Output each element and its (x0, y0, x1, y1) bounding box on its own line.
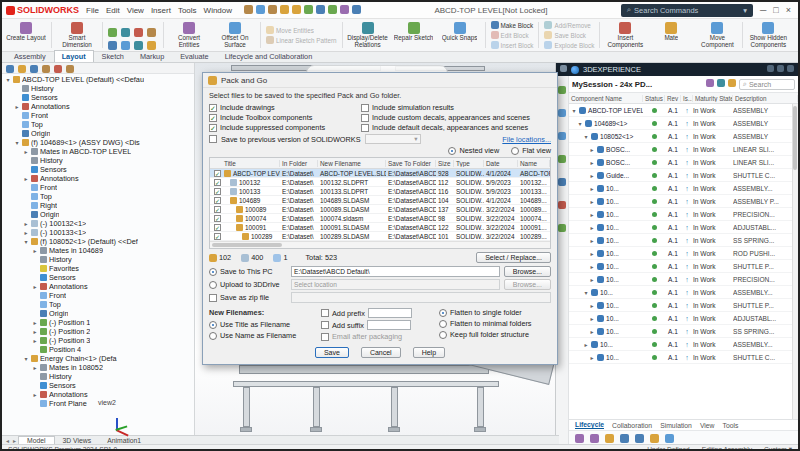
tab-scroll-right-icon[interactable]: ▸ (11, 437, 18, 444)
component-row[interactable]: ▸10...A.1↑In WorkROD PUSHI... (569, 247, 798, 260)
tree-item[interactable]: Origin (2, 309, 194, 318)
tree-item[interactable]: ▸Annotations (2, 174, 194, 183)
home-view-icon[interactable] (575, 429, 584, 445)
layers-icon[interactable] (558, 195, 566, 213)
component-row[interactable]: ▾10...A.1↑In WorkASSEMBLY... (569, 286, 798, 299)
expand-arrow-icon[interactable]: ▸ (32, 319, 38, 326)
tree-item[interactable]: Right (2, 201, 194, 210)
rectangle-icon[interactable] (147, 23, 158, 34)
circle-icon[interactable] (121, 23, 132, 34)
add-icon[interactable] (767, 65, 774, 74)
rebuild-icon[interactable] (340, 5, 349, 16)
flatten-to-minimal-folders-radio[interactable]: Flatten to minimal folders (439, 319, 551, 328)
browse-3ddrive-button[interactable]: Browse... (504, 279, 551, 290)
menu-window[interactable]: Window (201, 6, 235, 15)
collapse-arrow-icon[interactable]: ▾ (583, 133, 589, 140)
expand-arrow-icon[interactable]: ▸ (589, 224, 595, 231)
move-component-button[interactable]: Move Component (695, 20, 739, 50)
flatten-to-single-folder-radio[interactable]: Flatten to single folder (439, 308, 551, 317)
prefix-input[interactable] (368, 308, 412, 318)
use-title-as-filename-radio[interactable]: Use Title as Filename (209, 320, 313, 329)
file-row[interactable]: ✓100132E:\Dataset\100132.SLDPRTE:\Datase… (210, 178, 550, 187)
file-row[interactable]: ✓100289E:\Dataset\100289.SLDASME:\Datase… (210, 232, 550, 241)
collapse-arrow-icon[interactable]: ▾ (23, 238, 29, 245)
component-row[interactable]: ▸10...A.1↑In WorkASSEMBLY P... (569, 195, 798, 208)
component-row[interactable]: ▸10...A.1↑In WorkSS SPRING... (569, 234, 798, 247)
component-row[interactable]: ▸10...A.1↑In WorkPRECISION... (569, 208, 798, 221)
expand-arrow-icon[interactable]: ▸ (589, 185, 595, 192)
refresh-icon[interactable] (706, 79, 714, 89)
tree-item[interactable]: ▸Annotations (2, 390, 194, 399)
arc-icon[interactable] (134, 23, 145, 34)
expand-arrow-icon[interactable]: ▸ (32, 364, 38, 371)
panel-tab-view[interactable]: View (700, 422, 715, 429)
component-row[interactable]: ▸10...A.1↑In WorkSHUTTLE P... (569, 299, 798, 312)
section-icon[interactable] (605, 429, 614, 445)
repair-sketch-button[interactable]: Repair Sketch (392, 20, 436, 50)
expand-arrow-icon[interactable]: ▸ (589, 276, 595, 283)
display-mode-icon[interactable] (635, 429, 644, 445)
spline-icon[interactable] (121, 36, 132, 47)
tab-scroll-left-icon[interactable]: ◂ (4, 437, 11, 444)
menu-tools[interactable]: Tools (175, 6, 200, 15)
component-row[interactable]: ▸BOSC...A.1↑In WorkLINEAR SLI... (569, 143, 798, 156)
row-checkbox[interactable]: ✓ (214, 179, 221, 186)
home-icon[interactable] (244, 5, 253, 16)
component-row[interactable]: ▸10...A.1↑In WorkADJUSTABL... (569, 221, 798, 234)
expand-arrow-icon[interactable]: ▸ (32, 283, 38, 290)
menu-insert[interactable]: Insert (148, 6, 174, 15)
tree-item[interactable]: ▸Mates in ABCD-TOP LEVEL (2, 147, 194, 156)
tree-item[interactable]: ▸Annotations (2, 282, 194, 291)
tree-item[interactable]: Top (2, 300, 194, 309)
tree-item[interactable]: History (2, 255, 194, 264)
flat-view-radio[interactable]: Flat view (511, 146, 551, 155)
component-row[interactable]: ▸10...A.1↑In WorkSHUTTLE C... (569, 351, 798, 364)
expand-arrow-icon[interactable]: ▸ (589, 237, 595, 244)
component-row[interactable]: ▾108052<1>A.1↑In WorkASSEMBLY (569, 130, 798, 143)
tab-lifecycle-and-collaboration[interactable]: Lifecycle and Collaboration (217, 50, 321, 62)
file-row[interactable]: ✓100089E:\Dataset\100089.SLDASME:\Datase… (210, 205, 550, 214)
browse-button[interactable]: Browse... (504, 266, 551, 277)
tab-3d-views[interactable]: 3D Views (55, 436, 100, 444)
convert-entities-button[interactable]: Convert Entities (167, 20, 211, 50)
expand-arrow-icon[interactable]: ▸ (589, 328, 595, 335)
save-icon[interactable] (280, 5, 289, 16)
apps-grid-icon[interactable] (560, 65, 567, 74)
row-checkbox[interactable]: ✓ (214, 233, 221, 240)
notifications-icon[interactable] (777, 65, 784, 74)
file-row[interactable]: ✓100133E:\Dataset\100133.SLDPRTE:\Datase… (210, 187, 550, 196)
collapse-arrow-icon[interactable]: ▾ (577, 120, 583, 127)
expand-arrow-icon[interactable]: ▸ (589, 172, 595, 179)
tree-item[interactable]: Front (2, 291, 194, 300)
tree-item[interactable]: Sensors (2, 93, 194, 102)
save-previous-version-checkbox[interactable] (209, 135, 217, 143)
camera-icon[interactable] (650, 429, 659, 445)
row-checkbox[interactable]: ✓ (214, 206, 221, 213)
undo-icon[interactable] (304, 5, 313, 16)
email-after-packaging-checkbox[interactable] (321, 333, 329, 341)
save-path-input[interactable]: E:\Dataset\ABCD Default\ (291, 266, 500, 277)
panel-tab-simulation[interactable]: Simulation (660, 422, 692, 429)
horizontal-scrollbar[interactable] (210, 241, 550, 248)
suffix-input[interactable] (367, 320, 411, 330)
expand-arrow-icon[interactable]: ▸ (32, 247, 38, 254)
insert-component-icon[interactable] (558, 126, 566, 144)
component-search-input[interactable]: ⌕ Search (739, 79, 795, 90)
help-button[interactable]: Help (413, 347, 445, 358)
add-prefix-checkbox[interactable] (321, 309, 329, 317)
save-to-pc-radio[interactable] (209, 268, 217, 276)
sync-status-icon[interactable] (558, 80, 566, 98)
row-checkbox[interactable]: ✓ (214, 224, 221, 231)
tree-item[interactable]: Sensors (2, 165, 194, 174)
tree-item[interactable]: Favorites (2, 264, 194, 273)
compass-icon[interactable] (571, 66, 579, 74)
row-checkbox[interactable]: ✓ (214, 215, 221, 222)
text-icon[interactable] (147, 36, 158, 47)
expand-arrow-icon[interactable]: ▸ (32, 328, 38, 335)
component-row[interactable]: ▾ABCD-TOP LEVELA.1↑In WorkASSEMBLY (569, 104, 798, 117)
tree-item[interactable]: Top (2, 192, 194, 201)
tree-item[interactable]: ▸(-) Position 2 (2, 327, 194, 336)
display-delete-relations-button[interactable]: Display/Delete Relations (346, 20, 390, 50)
expand-arrow-icon[interactable]: ▸ (23, 229, 29, 236)
tree-item[interactable]: ▾(f) 108052<1> (Default) <<Def (2, 237, 194, 246)
